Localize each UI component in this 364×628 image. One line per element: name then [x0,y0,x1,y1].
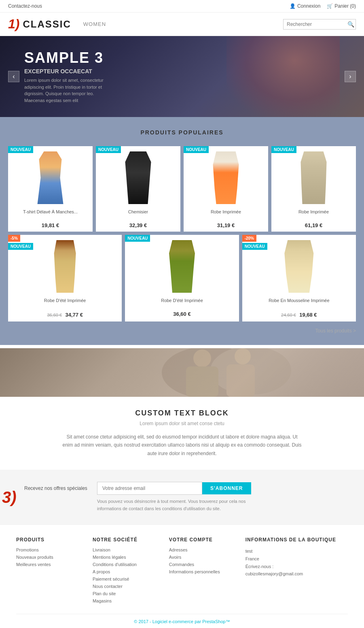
footer-link-livraison[interactable]: Livraison [93,547,161,552]
badge-new-6: NOUVEAU [125,235,150,242]
cart-link[interactable]: 🛒 Panier (0) [327,3,356,9]
product-card-6[interactable]: NOUVEAU Robe D'été Imprimée 36,60 € [125,235,239,321]
hero-subtitle: EXCEPTEUR OCCAECAT [24,68,105,75]
hero-model-figure [226,36,340,117]
product-figure-3 [210,151,242,204]
product-figure-4 [298,151,330,204]
footer-link-meilleures[interactable]: Meilleures ventes [16,562,85,567]
search-icon[interactable]: 🔍 [347,21,354,28]
product-pricing-7: 24,60 € 19,68 € [245,311,353,318]
popular-products-title: PRODUITS POPULAIRES [8,125,356,140]
footer-link-contact[interactable]: Nous contacter [93,584,161,589]
hero-banner: ‹ SAMPLE 3 EXCEPTEUR OCCAECAT Lorem ipsu… [0,36,364,117]
footer-col-company: NOTRE SOCIÉTÉ Livraison Mentions légales… [93,537,161,606]
newsletter-wrapper: 3) Recevez nos offres spéciales S'ABONNE… [0,470,364,524]
product-card-7[interactable]: -20% NOUVEAU Robe En Mousseline Imprimée… [242,235,356,321]
product-price-1: 19,81 € [11,222,89,228]
footer-col1-title: PRODUITS [16,537,85,543]
footer-link-paiement[interactable]: Paiement sécurisé [93,577,161,581]
product-name-7: Robe En Mousseline Imprimée [245,298,353,309]
footer-link-adresses[interactable]: Adresses [169,547,237,552]
footer-col-products: PRODUITS Promotions Nouveaux produits Me… [16,537,85,606]
product-name-2: Chemisier [99,209,177,221]
product-figure-7 [283,240,315,293]
product-old-price-5: 36,60 € [47,313,62,317]
product-image-2 [99,149,177,206]
footer-link-promotions[interactable]: Promotions [16,547,85,552]
footer-link-commandes[interactable]: Commandes [169,562,237,567]
product-card-4[interactable]: NOUVEAU Robe Imprimée 61,19 € [271,146,356,232]
product-image-4 [275,149,353,206]
product-name-4: Robe Imprimée [275,209,353,221]
footer-col2-title: NOTRE SOCIÉTÉ [93,537,161,543]
custom-text-body: Sit amet conse ctetur adipisicing elit, … [61,433,303,458]
custom-text-subtitle: Lorem ipsum dolor sit amet conse ctetu [24,421,340,426]
product-new-price-5: 34,77 € [66,312,83,318]
product-name-6: Robe D'été Imprimée [128,298,235,309]
product-name-1: T-shirt Délavé À Manches... [11,209,89,221]
nav-women[interactable]: WOMEN [83,21,106,27]
hero-arrow-right[interactable]: › [345,71,356,82]
footer-link-informations[interactable]: Informations personnelles [169,569,237,574]
newsletter-subscribe-button[interactable]: S'ABONNER [202,482,251,494]
footer-link-mentions[interactable]: Mentions légales [93,555,161,560]
product-new-price-7: 19,68 € [299,312,317,318]
second-banner-svg [0,348,364,397]
logo-number: 1) [8,17,19,32]
hero-arrow-left[interactable]: ‹ [8,71,19,82]
hero-description: Lorem ipsum dolor sit amet, consectetur … [24,77,105,104]
custom-text-title: CUSTOM TEXT BLOCK [24,409,340,417]
logo[interactable]: 1) CLASSIC [8,17,71,32]
svg-point-2 [193,349,211,367]
product-image-3 [187,149,265,206]
search-box[interactable]: 🔍 [283,19,356,30]
badge-new-3: NOUVEAU [184,146,209,153]
footer-link-apropos[interactable]: A propos [93,569,161,574]
svg-rect-4 [186,366,218,397]
footer-link-conditions[interactable]: Conditions d'utilisation [93,562,161,567]
newsletter-row: Recevez nos offres spéciales S'ABONNER [24,482,348,495]
search-input[interactable] [287,21,347,27]
footer-col-account: VOTRE COMPTE Adresses Avoirs Commandes I… [169,537,237,606]
product-grid-row1: NOUVEAU T-shirt Délavé À Manches... 19,8… [8,146,356,232]
product-name-5: Robe D'été Imprimée [11,298,119,309]
product-figure-2 [122,151,154,204]
hero-title: SAMPLE 3 [24,49,105,66]
product-figure-6 [166,240,198,293]
product-card-1[interactable]: NOUVEAU T-shirt Délavé À Manches... 19,8… [8,146,93,232]
product-card-2[interactable]: NOUVEAU Chemisier 32,39 € [96,146,180,232]
svg-rect-5 [226,364,255,397]
product-price-6: 36,60 € [128,311,235,317]
user-icon: 👤 [290,3,296,9]
header: 1) CLASSIC WOMEN 🔍 [0,13,364,36]
login-link[interactable]: 👤 Connexion [290,3,320,9]
product-card-3[interactable]: NOUVEAU Robe Imprimée 31,19 € [184,146,268,232]
product-figure-1 [34,151,67,204]
all-products-link[interactable]: Tous les produits > [315,328,356,334]
product-price-4: 61,19 € [275,222,353,228]
top-bar: Contactez-nous 👤 Connexion 🛒 Panier (0) [0,0,364,13]
product-pricing-5: 36,60 € 34,77 € [11,311,119,318]
badge-discount-5: -5% [8,235,20,242]
product-name-3: Robe Imprimée [187,209,265,221]
product-image-6 [128,238,235,295]
product-card-5[interactable]: -5% NOUVEAU Robe D'été Imprimée 36,60 € … [8,235,122,321]
newsletter-label: Recevez nos offres spéciales [24,485,97,491]
newsletter-email-input[interactable] [97,482,202,495]
footer-col4-title: INFORMATIONS DE LA BOUTIQUE [245,537,348,543]
cart-icon: 🛒 [327,3,333,9]
product-old-price-7: 24,60 € [281,313,296,317]
contact-link[interactable]: Contactez-nous [8,3,42,9]
footer-link-avoirs[interactable]: Avoirs [169,555,237,560]
second-banner [0,348,364,397]
product-price-3: 31,19 € [187,222,265,228]
footer-col-store-info: INFORMATIONS DE LA BOUTIQUE testFranceÉc… [245,537,348,606]
badge-new-1: NOUVEAU [8,146,33,153]
footer-link-magasins[interactable]: Magasins [93,598,161,603]
footer-link-nouveaux[interactable]: Nouveaux produits [16,555,85,560]
newsletter-disclaimer: Vous pouvez vous désinscrire à tout mome… [97,498,259,512]
footer-link-plan[interactable]: Plan du site [93,591,161,596]
product-grid-row2: -5% NOUVEAU Robe D'été Imprimée 36,60 € … [8,235,356,321]
footer-copyright: © 2017 - Logiciel e-commerce par PrestaS… [134,619,230,624]
custom-text-block: CUSTOM TEXT BLOCK Lorem ipsum dolor sit … [0,397,364,470]
